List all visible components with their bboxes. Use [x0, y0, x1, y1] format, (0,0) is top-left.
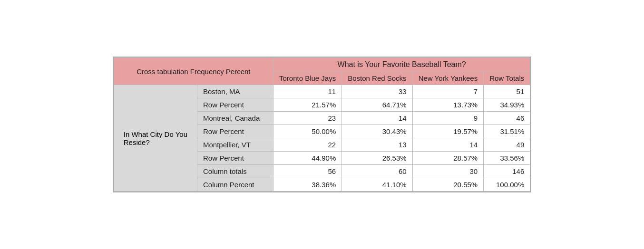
table-cell: 14 [342, 112, 412, 125]
main-header: What is Your Favorite Baseball Team? [273, 58, 530, 72]
table-cell: 41.10% [342, 178, 412, 192]
table-cell: 9 [412, 112, 484, 125]
table-cell: 22 [273, 138, 342, 152]
col2-label: Boston Red Socks [348, 74, 406, 82]
table-cell: 44.90% [273, 152, 342, 165]
col-header-2: Boston Red Socks [342, 72, 412, 85]
table-cell: 26.53% [342, 152, 412, 165]
row-label: Column Percent [197, 178, 273, 192]
col-header-3: New York Yankees [412, 72, 484, 85]
table-cell: 30.43% [342, 125, 412, 138]
table-cell: 11 [273, 85, 342, 98]
table-cell: 38.36% [273, 178, 342, 192]
table-cell: 49 [484, 138, 530, 152]
city-row-label: In What City Do YouReside? [114, 85, 197, 192]
table-cell: 33.56% [484, 152, 530, 165]
table-cell: 60 [342, 165, 412, 178]
row-label: Boston, MA [197, 85, 273, 98]
table-cell: 51 [484, 85, 530, 98]
table-cell: 33 [342, 85, 412, 98]
table-cell: 28.57% [412, 152, 484, 165]
table-cell: 7 [412, 85, 484, 98]
table-cell: 23 [273, 112, 342, 125]
col3-label: New York Yankees [419, 74, 478, 82]
col-header-1: Toronto Blue Jays [273, 72, 342, 85]
table-cell: 34.93% [484, 98, 530, 112]
cross-tab-label: Cross tabulation Frequency Percent [114, 58, 273, 85]
col4-label: Row Totals [489, 74, 524, 82]
row-label: Montreal, Canada [197, 112, 273, 125]
col-header-4: Row Totals [484, 72, 530, 85]
row-label: Row Percent [197, 98, 273, 112]
row-label: Montpellier, VT [197, 138, 273, 152]
table-cell: 20.55% [412, 178, 484, 192]
table-cell: 64.71% [342, 98, 412, 112]
table-cell: 50.00% [273, 125, 342, 138]
table-cell: 30 [412, 165, 484, 178]
col1-label: Toronto Blue Jays [279, 74, 336, 82]
table-cell: 13 [342, 138, 412, 152]
table-cell: 13.73% [412, 98, 484, 112]
row-label: Row Percent [197, 152, 273, 165]
table-cell: 46 [484, 112, 530, 125]
table-cell: 31.51% [484, 125, 530, 138]
table-cell: 100.00% [484, 178, 530, 192]
table-cell: 21.57% [273, 98, 342, 112]
row-label: Row Percent [197, 125, 273, 138]
table-cell: 146 [484, 165, 530, 178]
crosstab-table: Cross tabulation Frequency Percent What … [113, 57, 532, 192]
table-cell: 19.57% [412, 125, 484, 138]
table-cell: 14 [412, 138, 484, 152]
row-label: Column totals [197, 165, 273, 178]
table-cell: 56 [273, 165, 342, 178]
